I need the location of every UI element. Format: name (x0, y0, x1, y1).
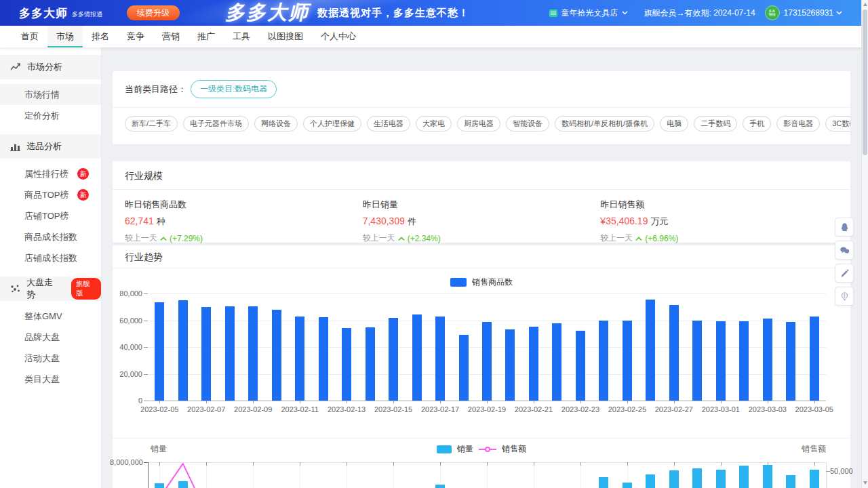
category-tag[interactable]: 二手数码 (694, 116, 737, 131)
category-tag[interactable]: 厨房电器 (457, 116, 500, 131)
trend-bar[interactable] (155, 302, 164, 401)
category-tag[interactable]: 生活电器 (367, 116, 410, 131)
trend-bar[interactable] (552, 323, 561, 401)
scrollbar-down-arrow[interactable] (863, 481, 868, 486)
sidebar-section-2: 选品分析属性排行榜新商品TOP榜新店铺TOP榜商品成长指数店铺成长指数 (0, 134, 101, 268)
trend-bar[interactable] (389, 318, 398, 401)
location-button[interactable] (835, 287, 854, 306)
trend-bar[interactable] (669, 305, 679, 401)
nav-tab-7[interactable]: 工具 (224, 26, 259, 47)
trend-bar[interactable] (459, 335, 469, 401)
renew-upgrade-button[interactable]: 续费升级 (127, 5, 180, 20)
trend-bar[interactable] (739, 321, 749, 401)
trend-bar[interactable] (225, 306, 235, 401)
sidebar-item[interactable]: 属性排行榜新 (0, 163, 101, 184)
volume-bar[interactable] (716, 470, 726, 488)
account-menu[interactable]: 17315268931 (784, 8, 842, 18)
category-tag[interactable]: 个人护理保健 (303, 116, 361, 131)
nav-tab-1[interactable]: 首页 (12, 26, 47, 47)
trend-bar[interactable] (576, 331, 585, 401)
current-category-pill[interactable]: 一级类目:数码电器 (191, 80, 277, 98)
sidebar-item[interactable]: 品牌大盘 (0, 327, 101, 348)
page-scrollbar[interactable] (861, 0, 868, 488)
trend-bar[interactable] (295, 317, 304, 401)
volume-bar[interactable] (692, 468, 702, 488)
nav-tab-8[interactable]: 以图搜图 (259, 26, 312, 47)
sidebar-section-header[interactable]: 选品分析 (0, 134, 101, 159)
shop-selector[interactable]: 童年拾光文具店 (549, 7, 628, 19)
trend-bar[interactable] (178, 300, 188, 401)
nav-tab-3[interactable]: 排名 (83, 26, 118, 47)
volume-bar[interactable] (810, 470, 819, 488)
trend-bar[interactable] (529, 327, 538, 401)
banner-title: 多多大师 (225, 0, 309, 26)
volume-bar[interactable] (178, 481, 188, 488)
category-tag[interactable]: 影音电器 (776, 116, 820, 131)
feedback-button[interactable] (835, 264, 854, 283)
nav-tab-9[interactable]: 个人中心 (312, 26, 365, 47)
category-tag[interactable]: 智能设备 (506, 116, 549, 131)
category-tag[interactable]: 新车/二手车 (125, 116, 178, 131)
volume-bar[interactable] (155, 483, 164, 488)
y-axis-tick (144, 321, 148, 321)
sidebar-item[interactable]: 定价分析 (0, 105, 101, 126)
trend-bar[interactable] (319, 317, 328, 401)
sidebar-items: 整体GMV品牌大盘活动大盘类目大盘 (0, 306, 101, 390)
trend-bar[interactable] (763, 319, 772, 401)
trend-bar[interactable] (482, 322, 492, 401)
volume-bar[interactable] (763, 465, 772, 488)
nav-tab-6[interactable]: 推广 (189, 26, 224, 47)
volume-bar[interactable] (435, 485, 445, 488)
app-logo: 多多大师 多多情报通 (19, 0, 102, 26)
sidebar-item[interactable]: 店铺成长指数 (0, 247, 101, 268)
scrollbar-up-arrow[interactable] (863, 2, 868, 7)
category-tag[interactable]: 3C数码配件 (825, 116, 850, 131)
volume-bar[interactable] (646, 474, 655, 488)
sidebar-section-label: 市场分析 (27, 61, 62, 73)
sidebar-section-header[interactable]: 市场分析 (0, 55, 101, 79)
volume-bar[interactable] (786, 475, 795, 488)
sidebar-item[interactable]: 活动大盘 (0, 348, 101, 369)
volume-bar[interactable] (599, 477, 608, 488)
trend-bar[interactable] (810, 317, 819, 401)
sidebar-item[interactable]: 类目大盘 (0, 369, 101, 390)
nav-tab-4[interactable]: 竞争 (118, 26, 153, 47)
category-tag[interactable]: 数码相机/单反相机/摄像机 (555, 116, 654, 131)
trend-bar[interactable] (505, 329, 515, 401)
volume-bar[interactable] (669, 470, 679, 488)
trend-bar[interactable] (366, 327, 375, 401)
volume-bar[interactable] (623, 483, 632, 488)
scrollbar-thumb[interactable] (863, 9, 867, 155)
category-tag[interactable]: 电脑 (660, 116, 688, 131)
volume-bar[interactable] (739, 466, 749, 488)
trend-bar[interactable] (248, 306, 258, 401)
trend-bar[interactable] (646, 300, 655, 401)
trend-bar[interactable] (716, 321, 726, 401)
trend-bar[interactable] (201, 307, 211, 401)
shop-name: 童年拾光文具店 (561, 7, 618, 19)
trend-bar[interactable] (692, 321, 702, 401)
nav-tab-5[interactable]: 营销 (153, 26, 189, 47)
sidebar-item[interactable]: 整体GMV (0, 306, 101, 327)
trend-bar[interactable] (435, 317, 445, 401)
sidebar-item[interactable]: 商品TOP榜新 (0, 184, 101, 205)
trend-bar[interactable] (623, 321, 632, 401)
trend-bar[interactable] (342, 328, 351, 401)
header-right: 童年拾光文具店 旗舰会员→有效期: 2024-07-14 多多情报 173152… (549, 0, 842, 26)
category-tag[interactable]: 大家电 (416, 116, 452, 131)
avatar[interactable]: 多多情报 (765, 5, 780, 20)
qq-contact-button[interactable] (835, 218, 854, 237)
sidebar-section-header[interactable]: 大盘走势旗舰版 (0, 277, 101, 301)
nav-tab-2[interactable]: 市场 (47, 26, 83, 47)
sidebar-item[interactable]: 商品成长指数 (0, 226, 101, 247)
category-tag[interactable]: 手机 (743, 116, 771, 131)
trend-bar[interactable] (599, 321, 608, 401)
trend-bar[interactable] (412, 314, 422, 401)
trend-bar[interactable] (786, 322, 795, 401)
trend-bar[interactable] (272, 310, 281, 401)
category-tag[interactable]: 网络设备 (254, 116, 298, 131)
chat-support-button[interactable] (835, 241, 854, 260)
category-tag[interactable]: 电子元器件市场 (183, 116, 249, 131)
sidebar-item[interactable]: 市场行情 (0, 84, 101, 105)
sidebar-item[interactable]: 店铺TOP榜 (0, 205, 101, 226)
